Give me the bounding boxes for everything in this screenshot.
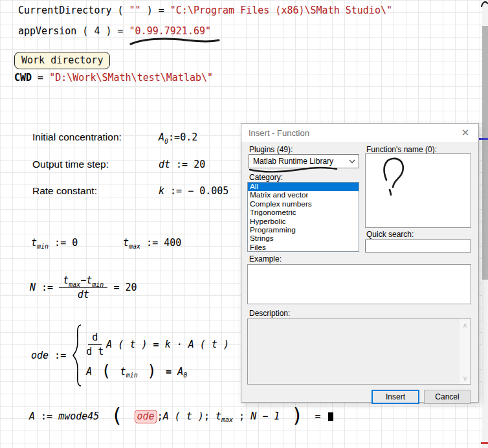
param-row-output-time-step[interactable]: Output time step: dt := 20 <box>32 159 205 170</box>
close-paren: ) <box>280 406 315 425</box>
space <box>124 25 129 37</box>
numerator-sub: max <box>69 281 80 288</box>
cancel-button[interactable]: Cancel <box>424 390 471 404</box>
boolean-equals: = <box>148 339 165 350</box>
vertical-scrollbar-thumb[interactable] <box>482 26 488 280</box>
subscript: min <box>37 243 49 250</box>
assign: := <box>164 185 188 197</box>
scroll-down-icon[interactable]: ∨ <box>460 373 471 383</box>
current-directory-expression[interactable]: CurrentDirectory ( "" ) = "C:\Program Fi… <box>18 5 392 16</box>
scroll-up-icon[interactable]: ∧ <box>460 320 471 330</box>
assign: := <box>36 282 59 293</box>
numerator-var: t <box>63 274 69 286</box>
init-value: A <box>177 366 183 377</box>
n-formula-expression[interactable]: N := tmax−tmin dt = 20 <box>30 274 137 300</box>
ode-highlight-box[interactable]: ode <box>135 410 157 423</box>
insert-button[interactable]: Insert <box>372 390 419 404</box>
open-paren: ( <box>99 406 134 425</box>
solver-expression[interactable]: A := mwode45 ( ode;A ( t ); tmax ; N − 1… <box>29 407 333 426</box>
arg3-var: t <box>216 410 221 422</box>
category-item[interactable]: Complex numbers <box>248 200 359 208</box>
separator: ; <box>204 410 216 422</box>
t-max-expression[interactable]: tmax := 400 <box>123 237 181 249</box>
variable: A <box>29 410 35 422</box>
value: 0 <box>72 237 78 249</box>
init-arg: t <box>120 366 126 377</box>
result: 20 <box>125 282 137 293</box>
plugins-dropdown[interactable]: Matlab Runtime Library <box>249 154 359 168</box>
fraction: tmax−tmin dt <box>59 274 107 300</box>
param-label: Output time step: <box>32 159 159 170</box>
function-name: appVersion <box>18 25 76 37</box>
assign: := <box>140 237 164 249</box>
close-paren: ) <box>138 363 166 379</box>
example-box <box>247 264 471 304</box>
string-value: "0.99.7921.69" <box>129 25 211 37</box>
solver-function: mwode45 <box>58 410 99 422</box>
equals: = <box>315 410 327 422</box>
arg3-sub: max <box>221 416 233 423</box>
variable: t <box>123 237 129 249</box>
ode-rhs: k · A ( t ) <box>165 339 229 350</box>
quick-search-label: Quick search: <box>366 230 414 239</box>
numerator-sub2: min <box>92 281 104 288</box>
quick-search-input[interactable] <box>365 240 471 252</box>
dialog-titlebar[interactable]: Insert - Function ✕ <box>241 124 478 142</box>
page-marker-blue <box>479 138 488 140</box>
category-item[interactable]: Matrix and vector <box>248 191 359 199</box>
plugins-label: Plugins (49): <box>249 145 293 154</box>
system-brace <box>72 324 82 387</box>
assign: := <box>49 237 72 249</box>
category-item[interactable]: All <box>248 183 359 191</box>
value: 20 <box>194 159 205 170</box>
assign: := <box>35 410 58 422</box>
t-min-expression[interactable]: tmin := 0 <box>31 237 78 249</box>
category-item[interactable]: Trigonometric <box>248 208 359 217</box>
app-version-expression[interactable]: appVersion ( 4 ) = "0.99.7921.69" <box>18 25 211 37</box>
string-value: "D:\Work\SMath\test\Matlab\" <box>49 72 213 84</box>
value: 0.2 <box>180 131 197 143</box>
numerator-var2: t <box>86 274 92 286</box>
work-directory-button[interactable]: Work directory <box>14 52 110 69</box>
derivative-fraction: d d t <box>86 331 104 357</box>
assign: := <box>170 159 194 170</box>
dialog-title: Insert - Function <box>249 128 309 138</box>
paren: ) <box>100 25 117 37</box>
ode-system-expression[interactable]: ode := d d t A ( t ) = k · A ( t ) A ( t… <box>31 324 229 387</box>
cwd-expression[interactable]: CWD = "D:\Work\SMath\test\Matlab\" <box>14 72 213 84</box>
string-value: "C:\Program Files (x86)\SMath Studio\" <box>170 5 392 16</box>
denominator: dt <box>78 288 89 300</box>
paren: ( <box>76 25 94 37</box>
separator: ; <box>157 410 163 422</box>
result-placeholder[interactable] <box>328 412 333 421</box>
value: 400 <box>164 237 181 249</box>
init-arg-sub: min <box>126 372 138 379</box>
example-label: Example: <box>249 254 282 263</box>
equals: = <box>159 5 164 16</box>
param-row-initial-concentration[interactable]: Initial concentration: A0:=0.2 <box>32 131 197 143</box>
category-item[interactable]: Hyperbolic <box>248 218 359 226</box>
variable: dt <box>159 159 170 170</box>
description-box: ∧ ∨ <box>247 319 471 385</box>
variable-name: CWD <box>14 72 32 84</box>
category-item[interactable]: Files <box>248 243 359 252</box>
arg2: A ( t ) <box>163 410 204 422</box>
d-numerator: d <box>88 331 102 345</box>
category-item[interactable]: Programming <box>248 226 359 234</box>
variable: t <box>31 237 37 249</box>
assign: := <box>49 350 72 361</box>
close-icon[interactable]: ✕ <box>458 126 473 139</box>
description-scrollbar[interactable]: ∧ ∨ <box>460 319 471 384</box>
page-marker-red <box>481 442 488 444</box>
category-list[interactable]: AllMatrix and vectorComplex numbersTrigo… <box>247 182 359 252</box>
d-denominator: d t <box>86 345 104 357</box>
subscript: 0 <box>164 138 168 145</box>
function-name-listbox[interactable] <box>365 153 471 228</box>
param-row-rate-constant[interactable]: Rate constant: k := − 0.005 <box>32 185 228 197</box>
init-value-sub: 0 <box>183 372 187 379</box>
variable: ode <box>31 350 49 361</box>
chevron-down-icon <box>349 159 355 164</box>
number-arg: 4 <box>94 25 100 37</box>
insert-function-dialog: Insert - Function ✕ Plugins (49): Matlab… <box>241 123 479 403</box>
category-item[interactable]: Strings <box>248 234 359 243</box>
